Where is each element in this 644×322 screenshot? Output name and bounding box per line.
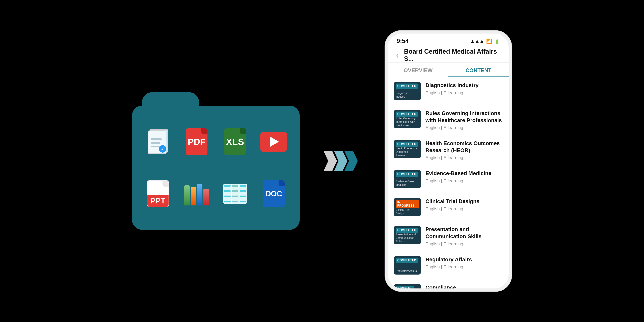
thumb-title-text: Diagnostics Industry — [396, 92, 419, 98]
xls-icon: XLS — [219, 119, 251, 164]
phone: 9:54 ▲▲▲ 📶 🔋 ‹ Board Certified Medical A… — [384, 30, 512, 292]
map-icon — [219, 171, 251, 216]
signal-icon: ▲▲▲ — [470, 38, 484, 44]
course-name: Clinical Trial Designs — [426, 198, 502, 205]
list-item[interactable]: COMPLE... Compliance Compliance English … — [388, 280, 509, 288]
list-item[interactable]: COMPLETED Evidence-Based Medicine Eviden… — [388, 165, 509, 193]
thumb-title-text: Clinical Trial Design — [396, 208, 419, 215]
course-thumbnail: COMPLE... Compliance — [394, 284, 421, 288]
course-meta: English | E-learning — [426, 155, 502, 160]
status-badge: COMPLETED — [396, 172, 418, 177]
status-badge: COMPLETED — [396, 258, 418, 263]
course-name: Health Economics Outcomes Research (HEOR… — [426, 140, 502, 154]
phone-screen: 9:54 ▲▲▲ 📶 🔋 ‹ Board Certified Medical A… — [388, 34, 509, 288]
list-item[interactable]: COMPLETED Diagnostics Industry Diagnosti… — [388, 77, 509, 105]
course-meta: English | E-learning — [426, 90, 502, 96]
phone-header: ‹ Board Certified Medical Affairs S... — [388, 46, 509, 62]
course-thumbnail: COMPLETED Diagnostics Industry — [394, 82, 421, 100]
docs-icon: ✓ — [142, 119, 174, 164]
thumb-title-text: Health Economics Outcomes Research — [396, 147, 419, 157]
course-name: Rules Governing Interactions with Health… — [426, 110, 502, 124]
tab-content[interactable]: CONTENT — [448, 62, 509, 77]
course-thumbnail: COMPLETED Regulatory Affairs — [394, 256, 421, 274]
books-icon — [180, 171, 212, 216]
folder-body: ✓ PDF XLS — [132, 106, 300, 230]
play-icon — [270, 137, 279, 147]
thumb-title-text: Regulatory Affairs — [396, 269, 419, 273]
list-item[interactable]: COMPLETED Health Economics Outcomes Rese… — [388, 135, 509, 165]
wifi-icon: 📶 — [486, 38, 492, 44]
course-thumbnail: COMPLETED Health Economics Outcomes Rese… — [394, 140, 421, 158]
scene: ✓ PDF XLS — [0, 0, 644, 322]
course-name: Compliance — [426, 284, 502, 288]
video-icon — [258, 119, 290, 164]
doc-label: DOC — [265, 189, 282, 198]
arrows — [326, 151, 358, 171]
course-info: Health Economics Outcomes Research (HEOR… — [426, 140, 502, 160]
tabs-bar: OVERVIEW CONTENT — [388, 62, 509, 77]
checkmark-icon: ✓ — [159, 145, 166, 152]
folder: ✓ PDF XLS — [132, 92, 300, 230]
course-list: COMPLETED Diagnostics Industry Diagnosti… — [388, 77, 509, 288]
course-info: Regulatory Affairs English | E-learning — [426, 256, 502, 270]
thumb-title-text: Evidence-Based Medicine — [396, 180, 419, 187]
xls-label: XLS — [226, 136, 244, 147]
ppt-label: PPT — [150, 197, 166, 205]
list-item[interactable]: COMPLETED Presentation and Communication… — [388, 221, 509, 251]
status-badge: COMPLETED — [396, 228, 418, 233]
chevron-1 — [324, 151, 337, 171]
status-time: 9:54 — [397, 38, 409, 44]
status-badge: COMPLETED — [396, 84, 418, 89]
course-meta: English | E-learning — [426, 125, 502, 130]
folder-icons-grid: ✓ PDF XLS — [132, 106, 300, 230]
pdf-label: PDF — [188, 136, 206, 147]
course-info: Rules Governing Interactions with Health… — [426, 110, 502, 130]
list-item[interactable]: IN PROGRESS Clinical Trial Design Clinic… — [388, 193, 509, 221]
course-info: Presentation and Communication Skills En… — [426, 226, 502, 246]
course-info: Diagnostics Industry English | E-learnin… — [426, 82, 502, 96]
course-name: Evidence-Based Medicine — [426, 170, 502, 177]
course-thumbnail: IN PROGRESS Clinical Trial Design — [394, 198, 421, 216]
course-meta: English | E-learning — [426, 264, 502, 270]
course-thumbnail: COMPLETED Rules Governing Interactions w… — [394, 110, 421, 128]
doc-icon: DOC — [258, 171, 290, 216]
tab-overview[interactable]: OVERVIEW — [388, 62, 448, 77]
course-thumbnail: COMPLETED Evidence-Based Medicine — [394, 170, 421, 188]
course-meta: English | E-learning — [426, 178, 502, 184]
course-items: COMPLETED Diagnostics Industry Diagnosti… — [388, 77, 509, 288]
status-badge: COMPLETED — [396, 112, 418, 117]
course-info: Clinical Trial Designs English | E-learn… — [426, 198, 502, 212]
course-meta: English | E-learning — [426, 206, 502, 212]
list-item[interactable]: COMPLETED Regulatory Affairs Regulatory … — [388, 252, 509, 280]
status-bar: 9:54 ▲▲▲ 📶 🔋 — [388, 34, 509, 46]
course-name: Regulatory Affairs — [426, 256, 502, 263]
status-badge: COMPLETED — [396, 142, 418, 147]
thumb-title-text: Rules Governing Interactions with Health… — [396, 117, 419, 128]
pdf-icon: PDF — [180, 119, 212, 164]
course-name: Diagnostics Industry — [426, 82, 502, 89]
battery-icon: 🔋 — [494, 38, 500, 44]
course-name: Presentation and Communication Skills — [426, 226, 502, 240]
status-icons: ▲▲▲ 📶 🔋 — [470, 38, 500, 44]
course-info: Evidence-Based Medicine English | E-lear… — [426, 170, 502, 184]
course-meta: English | E-learning — [426, 241, 502, 246]
status-badge: COMPLE... — [396, 286, 414, 288]
status-badge: IN PROGRESS — [396, 200, 419, 208]
back-button[interactable]: ‹ — [394, 49, 400, 61]
course-thumbnail: COMPLETED Presentation and Communication… — [394, 226, 421, 244]
page-title: Board Certified Medical Affairs S... — [404, 48, 502, 62]
list-item[interactable]: COMPLETED Rules Governing Interactions w… — [388, 105, 509, 135]
thumb-title-text: Presentation and Communication Skills — [396, 233, 419, 243]
course-info: Compliance English | E-learning — [426, 284, 502, 288]
ppt-icon: PPT — [142, 171, 174, 216]
